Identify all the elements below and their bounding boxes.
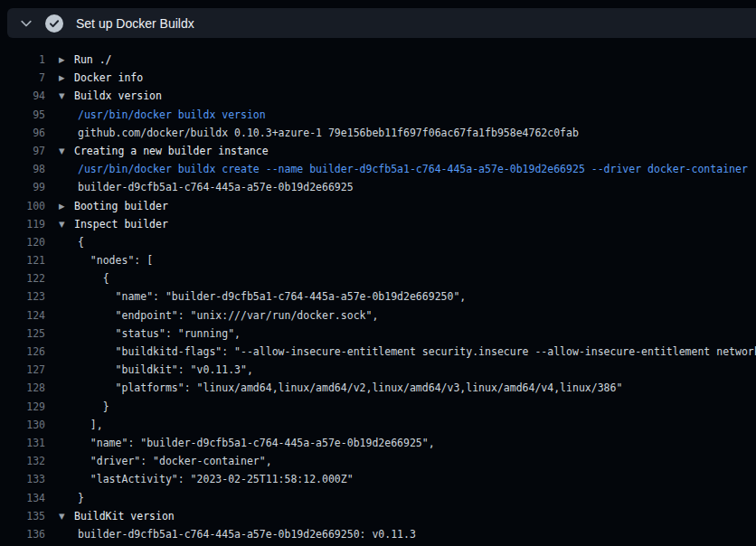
line-number[interactable]: 100: [0, 197, 45, 215]
log-line: 124 "endpoint": "unix:///var/run/docker.…: [0, 306, 756, 325]
line-number[interactable]: 99: [0, 178, 45, 196]
line-number[interactable]: 129: [0, 398, 45, 416]
log-command-text: /usr/bin/docker buildx create --name bui…: [74, 160, 756, 178]
line-number[interactable]: 121: [0, 251, 45, 269]
log-line: 100▶Booting builder: [0, 197, 756, 215]
line-number[interactable]: 135: [0, 507, 45, 525]
group-collapsed-icon[interactable]: ▶: [45, 197, 74, 215]
log-output-text: "platforms": "linux/amd64,linux/amd64/v2…: [74, 379, 756, 397]
log-line: 97▼Creating a new builder instance: [0, 142, 756, 160]
log-line: 96github.com/docker/buildx 0.10.3+azure-…: [0, 124, 756, 142]
log-line: 132 "driver": "docker-container",: [0, 452, 756, 470]
log-group-title[interactable]: BuildKit version: [74, 507, 756, 525]
log-line: 127 "buildkit": "v0.11.3",: [0, 361, 756, 379]
line-number[interactable]: 134: [0, 489, 45, 507]
toggle-spacer: [45, 306, 74, 325]
line-number[interactable]: 136: [0, 525, 45, 543]
log-output-text: "driver": "docker-container",: [74, 452, 756, 470]
line-number[interactable]: 96: [0, 124, 45, 142]
line-number[interactable]: 125: [0, 325, 45, 343]
group-expanded-icon[interactable]: ▼: [45, 215, 74, 233]
group-expanded-icon[interactable]: ▼: [45, 87, 74, 105]
log-line: 121 "nodes": [: [0, 251, 756, 269]
log-line: 7▶Docker info: [0, 69, 756, 87]
toggle-spacer: [45, 525, 74, 543]
log-group-title[interactable]: Inspect builder: [74, 215, 756, 233]
log-line: 95/usr/bin/docker buildx version: [0, 106, 756, 124]
line-number[interactable]: 98: [0, 160, 45, 178]
chevron-down-icon[interactable]: [19, 16, 33, 31]
log-group-title[interactable]: Run ./: [74, 51, 756, 69]
log-output-text: "buildkitd-flags": "--allow-insecure-ent…: [74, 343, 756, 361]
line-number[interactable]: 128: [0, 379, 45, 397]
log-line: 133 "lastActivity": "2023-02-25T11:58:12…: [0, 470, 756, 488]
log-output-text: github.com/docker/buildx 0.10.3+azure-1 …: [74, 124, 756, 142]
log-output-text: "status": "running",: [74, 325, 756, 343]
line-number[interactable]: 120: [0, 233, 45, 251]
log-line: 126 "buildkitd-flags": "--allow-insecure…: [0, 343, 756, 361]
log-line: 130 ],: [0, 416, 756, 434]
log-line: 134}: [0, 489, 756, 507]
log-output-text: "name": "builder-d9cfb5a1-c764-445a-a57e…: [74, 434, 756, 452]
log-group-title[interactable]: Docker info: [74, 69, 756, 87]
log-group-title[interactable]: Buildx version: [74, 87, 756, 105]
log-line: 99builder-d9cfb5a1-c764-445a-a57e-0b19d2…: [0, 178, 756, 196]
log-output-text: {: [74, 269, 756, 287]
toggle-spacer: [45, 251, 74, 269]
line-number[interactable]: 119: [0, 215, 45, 233]
log-output-text: "name": "builder-d9cfb5a1-c764-445a-a57e…: [74, 287, 756, 306]
log-line: 135▼BuildKit version: [0, 507, 756, 525]
log-line: 136builder-d9cfb5a1-c764-445a-a57e-0b19d…: [0, 525, 756, 543]
toggle-spacer: [45, 489, 74, 507]
toggle-spacer: [45, 287, 74, 306]
check-circle-icon: [45, 14, 63, 33]
toggle-spacer: [45, 160, 74, 178]
log-output-text: {: [74, 233, 756, 251]
log-command-text: /usr/bin/docker buildx version: [74, 106, 756, 124]
step-header[interactable]: Set up Docker Buildx: [7, 8, 756, 38]
log-line: 128 "platforms": "linux/amd64,linux/amd6…: [0, 379, 756, 397]
toggle-spacer: [45, 361, 74, 379]
line-number[interactable]: 126: [0, 343, 45, 361]
log-output-text: "lastActivity": "2023-02-25T11:58:12.000…: [74, 470, 756, 488]
toggle-spacer: [45, 470, 74, 488]
toggle-spacer: [45, 269, 74, 287]
log-line: 1▶Run ./: [0, 51, 756, 69]
group-expanded-icon[interactable]: ▼: [45, 507, 74, 525]
toggle-spacer: [45, 343, 74, 361]
line-number[interactable]: 97: [0, 142, 45, 160]
line-number[interactable]: 1: [0, 51, 45, 69]
log-group-title[interactable]: Booting builder: [74, 197, 756, 215]
line-number[interactable]: 95: [0, 106, 45, 124]
line-number[interactable]: 7: [0, 69, 45, 87]
group-collapsed-icon[interactable]: ▶: [45, 69, 74, 87]
log-group-title[interactable]: Creating a new builder instance: [74, 142, 756, 160]
line-number[interactable]: 130: [0, 416, 45, 434]
toggle-spacer: [45, 379, 74, 397]
log-line: 125 "status": "running",: [0, 325, 756, 343]
log-output-text: "endpoint": "unix:///var/run/docker.sock…: [74, 306, 756, 325]
line-number[interactable]: 124: [0, 306, 45, 325]
toggle-spacer: [45, 416, 74, 434]
line-number[interactable]: 122: [0, 269, 45, 287]
log-line: 129 }: [0, 398, 756, 416]
group-expanded-icon[interactable]: ▼: [45, 142, 74, 160]
line-number[interactable]: 131: [0, 434, 45, 452]
line-number[interactable]: 132: [0, 452, 45, 470]
toggle-spacer: [45, 398, 74, 416]
toggle-spacer: [45, 106, 74, 124]
log-output-text: "buildkit": "v0.11.3",: [74, 361, 756, 379]
log-output-text: }: [74, 398, 756, 416]
line-number[interactable]: 127: [0, 361, 45, 379]
log-viewer: 1▶Run ./7▶Docker info94▼Buildx version95…: [0, 38, 756, 543]
group-collapsed-icon[interactable]: ▶: [45, 51, 74, 69]
line-number[interactable]: 123: [0, 287, 45, 306]
toggle-spacer: [45, 452, 74, 470]
toggle-spacer: [45, 124, 74, 142]
log-line: 94▼Buildx version: [0, 87, 756, 105]
toggle-spacer: [45, 434, 74, 452]
line-number[interactable]: 133: [0, 470, 45, 488]
line-number[interactable]: 94: [0, 87, 45, 105]
toggle-spacer: [45, 325, 74, 343]
toggle-spacer: [45, 233, 74, 251]
